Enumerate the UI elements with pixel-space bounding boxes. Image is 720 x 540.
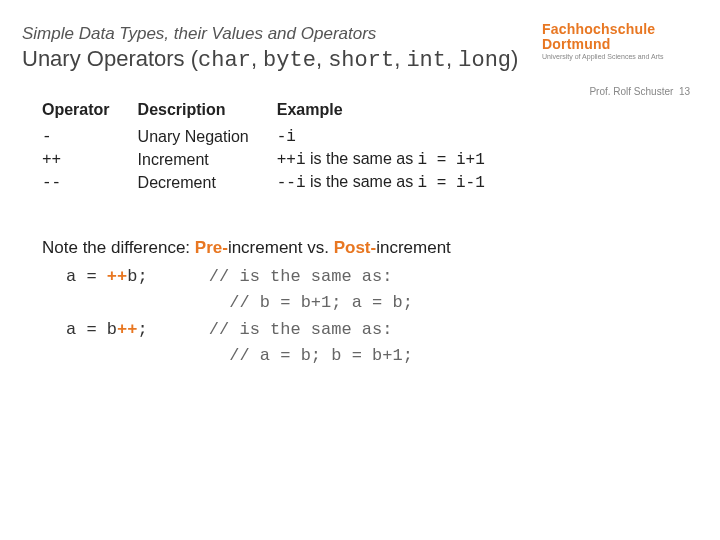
table-row: -- Decrement --i is the same as i = i-1 — [42, 171, 513, 194]
operators-table: Operator Description Example - Unary Neg… — [42, 101, 513, 194]
logo-sub: University of Applied Sciences and Arts — [542, 53, 692, 61]
title-tail: ) — [511, 46, 518, 71]
slide-footer: Prof. Rolf Schuster 13 — [589, 86, 690, 97]
code-example: a = ++b; // is the same as: // b = b+1; … — [66, 264, 692, 369]
slide-subtitle: Simple Data Types, their Values and Oper… — [22, 24, 542, 44]
desc-cell: Decrement — [138, 171, 277, 194]
desc-cell: Unary Negation — [138, 125, 277, 148]
logo-line1: Fachhochschule — [542, 21, 655, 37]
ex-cell: ++i is the same as i = i+1 — [277, 148, 513, 171]
title-types: char — [198, 48, 251, 73]
table-header-row: Operator Description Example — [42, 101, 513, 125]
note-pre: Pre- — [195, 238, 228, 257]
table-row: - Unary Negation -i — [42, 125, 513, 148]
note-line: Note the difference: Pre-increment vs. P… — [42, 238, 692, 258]
col-operator: Operator — [42, 101, 138, 125]
logo-line2: Dortmund — [542, 36, 610, 52]
footer-page: 13 — [679, 86, 690, 97]
col-example: Example — [277, 101, 513, 125]
institution-logo: Fachhochschule Dortmund University of Ap… — [542, 20, 692, 62]
ex-cell: -i — [277, 125, 513, 148]
note-post: Post- — [334, 238, 377, 257]
note-tail: increment — [376, 238, 451, 257]
op-cell: ++ — [42, 148, 138, 171]
title-lead: Unary Operators ( — [22, 46, 198, 71]
col-description: Description — [138, 101, 277, 125]
desc-cell: Increment — [138, 148, 277, 171]
op-cell: -- — [42, 171, 138, 194]
table-row: ++ Increment ++i is the same as i = i+1 — [42, 148, 513, 171]
footer-author: Prof. Rolf Schuster — [589, 86, 673, 97]
note-mid: increment vs. — [228, 238, 334, 257]
note-lead: Note the difference: — [42, 238, 195, 257]
slide-title: Unary Operators (char, byte, short, int,… — [22, 46, 542, 73]
op-cell: - — [42, 125, 138, 148]
ex-cell: --i is the same as i = i-1 — [277, 171, 513, 194]
